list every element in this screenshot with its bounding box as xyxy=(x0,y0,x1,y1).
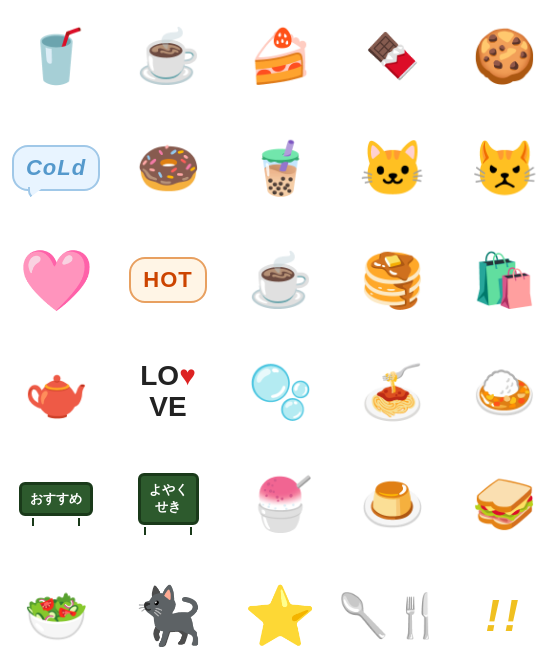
parfait-sticker: 🍧 xyxy=(248,478,313,530)
cell-star: ⭐ xyxy=(224,560,336,672)
star-sticker: ⭐ xyxy=(244,587,316,645)
sign-leg-left xyxy=(32,518,34,526)
pudding-sticker: 🍮 xyxy=(360,478,425,530)
sticker-grid: 🥤 ☕ 🍰 🍫 🍪 CoLd 🍩 🧋 🐱 😾 🩷 HOT ☕ xyxy=(0,0,560,672)
sign2-leg-right xyxy=(190,527,192,535)
gray-cat-sticker: 😾 xyxy=(471,141,538,195)
cell-osusume: おすすめ xyxy=(0,448,112,560)
cell-hot-bubble: HOT xyxy=(112,224,224,336)
cell-angry-cat: 🐱 xyxy=(336,112,448,224)
pancakes-sticker: 🥞 xyxy=(360,254,425,306)
cell-pancakes: 🥞 xyxy=(336,224,448,336)
cold-text: CoLd xyxy=(26,155,86,180)
salad-sticker: 🥗 xyxy=(24,590,89,642)
cell-donut: 🍩 xyxy=(112,112,224,224)
osusume-board: おすすめ xyxy=(19,482,93,517)
cell-chocolates: 🍫 xyxy=(336,0,448,112)
cell-hot-cup: ☕ xyxy=(224,224,336,336)
frappuccino-sticker: 🧋 xyxy=(248,142,313,194)
osusume-sign: おすすめ xyxy=(19,482,93,527)
cookie-sticker: 🍪 xyxy=(472,30,537,82)
cell-shopping-bag: 🛍️ xyxy=(448,224,560,336)
sandwich-sticker: 🥪 xyxy=(472,478,537,530)
iced-coffee-sticker: 🥤 xyxy=(24,30,89,82)
cell-exclamation: !! xyxy=(448,560,560,672)
cell-utensils: 🥄🍴 xyxy=(336,560,448,672)
black-cat-sticker: 🐈‍⬛ xyxy=(133,588,203,644)
cell-iced-coffee: 🥤 xyxy=(0,0,112,112)
cell-frappuccino: 🧋 xyxy=(224,112,336,224)
shopping-bag-sticker: 🛍️ xyxy=(472,254,537,306)
yoyakuseki-sign: よやくせき xyxy=(132,473,204,535)
cell-pudding: 🍮 xyxy=(336,448,448,560)
exclamation-sticker: !! xyxy=(485,591,522,641)
cell-sandwich: 🥪 xyxy=(448,448,560,560)
sign2-leg-left xyxy=(144,527,146,535)
hot-cup-sticker: ☕ xyxy=(248,254,313,306)
love-heart-icon: ♥ xyxy=(179,360,196,391)
cell-gray-cat: 😾 xyxy=(448,112,560,224)
cell-cake: 🍰 xyxy=(224,0,336,112)
cell-spaghetti: 🍝 xyxy=(336,336,448,448)
love-line2: VE xyxy=(140,392,196,423)
teapot-sticker: 🫖 xyxy=(24,366,89,418)
spaghetti-sticker: 🍝 xyxy=(360,366,425,418)
cell-heart: 🩷 xyxy=(0,224,112,336)
cell-omelet: 🍛 xyxy=(448,336,560,448)
cell-teapot: 🫖 xyxy=(0,336,112,448)
hot-coffee-sticker: ☕ xyxy=(136,30,201,82)
cell-salad: 🥗 xyxy=(0,560,112,672)
yoyakuseki-board: よやくせき xyxy=(138,473,199,525)
cell-black-cat: 🐈‍⬛ xyxy=(112,560,224,672)
omelet-sticker: 🍛 xyxy=(472,366,537,418)
cold-speech-bubble: CoLd xyxy=(12,145,100,191)
chocolates-sticker: 🍫 xyxy=(365,34,420,78)
cell-hot-coffee: ☕ xyxy=(112,0,224,112)
love-text-sticker: LO♥ VE xyxy=(140,361,196,423)
cell-yoyakuseki: よやくせき xyxy=(112,448,224,560)
cell-macarons: 🫧 xyxy=(224,336,336,448)
hot-text: HOT xyxy=(143,267,192,292)
cell-cold-bubble: CoLd xyxy=(0,112,112,224)
heart-sticker: 🩷 xyxy=(19,245,94,316)
love-line1: LO♥ xyxy=(140,361,196,392)
macarons-sticker: 🫧 xyxy=(248,366,313,418)
utensils-sticker: 🥄🍴 xyxy=(337,595,447,637)
hot-speech-bubble: HOT xyxy=(129,257,206,303)
cell-cookie: 🍪 xyxy=(448,0,560,112)
angry-cat-sticker: 🐱 xyxy=(359,141,426,195)
sign-leg-right xyxy=(78,518,80,526)
yoyakuseki-text: よやくせき xyxy=(149,482,188,514)
cell-love: LO♥ VE xyxy=(112,336,224,448)
cake-sticker: 🍰 xyxy=(248,30,313,82)
donut-sticker: 🍩 xyxy=(136,142,201,194)
cell-parfait: 🍧 xyxy=(224,448,336,560)
osusume-text: おすすめ xyxy=(30,491,82,506)
